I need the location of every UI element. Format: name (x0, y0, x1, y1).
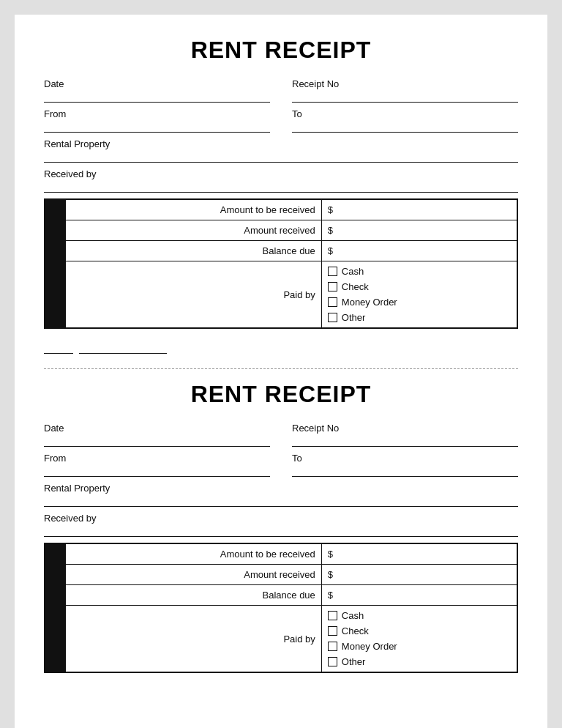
to-label: To (292, 108, 518, 119)
date-receiptno-row-2: Date Receipt No (44, 423, 518, 447)
to-input-line-2[interactable] (292, 465, 518, 477)
rental-property-label-2: Rental Property (44, 483, 518, 494)
received-by-input-line[interactable] (44, 181, 518, 193)
receipt-1: RENT RECEIPT Date Receipt No From To (44, 37, 518, 336)
receipt-2-table: Amount to be received $ Amount received … (44, 543, 518, 673)
from-label: From (44, 108, 270, 119)
check-checkbox-2[interactable] (328, 626, 337, 636)
other-label-1: Other (342, 312, 366, 323)
amount-to-be-received-label: Amount to be received (65, 199, 321, 220)
from-input-line-2[interactable] (44, 465, 270, 477)
from-label-2: From (44, 453, 270, 464)
money-order-label-1: Money Order (342, 297, 397, 308)
from-to-row: From To (44, 108, 518, 133)
cash-checkbox-1[interactable] (328, 267, 337, 276)
receipt-2: RENT RECEIPT Date Receipt No From To (44, 381, 518, 680)
from-input-line[interactable] (44, 121, 270, 133)
date-label-2: Date (44, 423, 270, 434)
check-checkbox-1[interactable] (328, 282, 337, 291)
receipt-no-input-line-2[interactable] (292, 435, 518, 447)
other-option-2[interactable]: Other (328, 656, 511, 667)
receipt-no-label: Receipt No (292, 78, 518, 89)
from-to-row-2: From To (44, 453, 518, 477)
black-bar-1 (45, 199, 65, 328)
receipt-2-title: RENT RECEIPT (44, 381, 518, 408)
date-input-line[interactable] (44, 91, 270, 103)
receipt-no-field-2: Receipt No (292, 423, 518, 447)
money-order-option-1[interactable]: Money Order (328, 297, 511, 308)
received-by-field-2: Received by (44, 513, 518, 537)
amount-to-be-received-value[interactable]: $ (321, 199, 517, 220)
received-by-field: Received by (44, 168, 518, 193)
balance-due-label-2: Balance due (65, 585, 321, 606)
balance-due-row-2: Balance due $ (45, 585, 517, 606)
payment-options-2: Cash Check Money Order Other (321, 606, 517, 673)
other-checkbox-2[interactable] (328, 657, 337, 666)
balance-due-value-2[interactable]: $ (321, 585, 517, 606)
amount-to-be-received-label-2: Amount to be received (65, 543, 321, 565)
received-by-label: Received by (44, 168, 518, 179)
amount-to-be-received-row: Amount to be received $ (45, 199, 517, 220)
to-label-2: To (292, 453, 518, 464)
paid-by-row-2: Paid by Cash Check Money Order (45, 606, 517, 673)
balance-due-value[interactable]: $ (321, 241, 517, 261)
payment-options-1: Cash Check Money Order Other (321, 261, 517, 329)
money-order-option-2[interactable]: Money Order (328, 641, 511, 652)
check-label-2: Check (342, 625, 369, 636)
amount-received-value[interactable]: $ (321, 220, 517, 241)
cash-label-1: Cash (342, 266, 364, 277)
paid-by-label-2: Paid by (65, 606, 321, 673)
date-input-line-2[interactable] (44, 435, 270, 447)
other-checkbox-1[interactable] (328, 313, 337, 322)
cash-option-1[interactable]: Cash (328, 266, 511, 277)
amount-received-row: Amount received $ (45, 220, 517, 241)
section-divider (44, 368, 518, 369)
page: RENT RECEIPT Date Receipt No From To (15, 15, 547, 728)
receipt-no-label-2: Receipt No (292, 423, 518, 434)
cash-label-2: Cash (342, 610, 364, 621)
date-field: Date (44, 78, 270, 103)
check-option-1[interactable]: Check (328, 281, 511, 292)
receipt-no-input-line[interactable] (292, 91, 518, 103)
other-option-1[interactable]: Other (328, 312, 511, 323)
black-bar-2 (45, 543, 65, 672)
amount-received-label-2: Amount received (65, 565, 321, 585)
rental-property-field-2: Rental Property (44, 483, 518, 507)
amount-received-value-2[interactable]: $ (321, 565, 517, 585)
amount-to-be-received-value-2[interactable]: $ (321, 543, 517, 565)
from-field: From (44, 108, 270, 133)
receipt-1-title: RENT RECEIPT (44, 37, 518, 64)
rental-property-input-line-2[interactable] (44, 495, 518, 507)
money-order-checkbox-2[interactable] (328, 642, 337, 651)
rental-property-label: Rental Property (44, 138, 518, 149)
balance-due-label: Balance due (65, 241, 321, 261)
date-receiptno-row: Date Receipt No (44, 78, 518, 103)
receipt-1-table: Amount to be received $ Amount received … (44, 198, 518, 329)
money-order-label-2: Money Order (342, 641, 397, 652)
other-label-2: Other (342, 656, 366, 667)
received-by-label-2: Received by (44, 513, 518, 524)
sig-line-1[interactable] (44, 342, 73, 354)
rental-property-field: Rental Property (44, 138, 518, 163)
receipt-no-field: Receipt No (292, 78, 518, 103)
check-option-2[interactable]: Check (328, 625, 511, 636)
to-field-2: To (292, 453, 518, 477)
to-input-line[interactable] (292, 121, 518, 133)
cash-checkbox-2[interactable] (328, 611, 337, 620)
amount-received-row-2: Amount received $ (45, 565, 517, 585)
signature-divider (44, 342, 518, 354)
from-field-2: From (44, 453, 270, 477)
date-field-2: Date (44, 423, 270, 447)
to-field: To (292, 108, 518, 133)
amount-received-label: Amount received (65, 220, 321, 241)
cash-option-2[interactable]: Cash (328, 610, 511, 621)
sig-line-2[interactable] (79, 342, 167, 354)
date-label: Date (44, 78, 270, 89)
paid-by-row: Paid by Cash Check Money Order (45, 261, 517, 329)
received-by-input-line-2[interactable] (44, 525, 518, 537)
money-order-checkbox-1[interactable] (328, 297, 337, 307)
rental-property-input-line[interactable] (44, 151, 518, 163)
amount-to-be-received-row-2: Amount to be received $ (45, 543, 517, 565)
paid-by-label: Paid by (65, 261, 321, 329)
check-label-1: Check (342, 281, 369, 292)
